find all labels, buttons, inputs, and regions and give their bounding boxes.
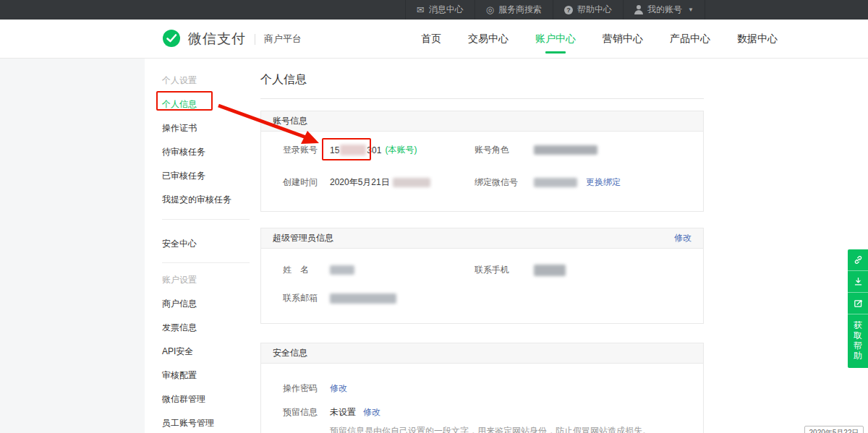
redacted-value	[534, 145, 597, 155]
security-info-panel-header: 安全信息	[261, 343, 703, 364]
nav-marketing-center[interactable]: 营销中心	[603, 33, 643, 46]
download-icon	[853, 276, 864, 287]
topbar-help-center[interactable]: ? 帮助中心	[553, 0, 623, 20]
main-content: 个人信息 账号信息 登录账号 15301 (本账号) 账号角色	[260, 59, 704, 433]
topbar: ✉ 消息中心 ◎ 服务商搜索 ? 帮助中心 我的账号 ▼	[0, 0, 868, 20]
brand[interactable]: 微信支付 商户平台	[161, 20, 302, 59]
sidebar-divider	[162, 219, 250, 220]
sidebar-item-pending-review-tasks[interactable]: 待审核任务	[145, 146, 250, 158]
current-account-note: (本账号)	[385, 144, 417, 156]
nav-data-center[interactable]: 数据中心	[737, 33, 778, 46]
sidebar-item-reviewed-tasks[interactable]: 已审核任务	[145, 170, 250, 182]
admin-info-title: 超级管理员信息	[273, 232, 333, 244]
admin-phone-label: 联系手机	[475, 264, 534, 276]
login-account-prefix: 15	[330, 145, 339, 155]
download-button[interactable]	[848, 271, 868, 293]
login-account-label: 登录账号	[283, 144, 330, 156]
link-icon	[853, 254, 864, 265]
admin-info-panel: 超级管理员信息 修改 姓 名 联系手机 联系邮箱	[260, 228, 704, 324]
primary-nav: 首页 交易中心 账户中心 营销中心 产品中心 数据中心	[421, 20, 778, 59]
redacted-value	[330, 265, 354, 275]
account-info-panel-header: 账号信息	[261, 111, 703, 132]
reserved-info-label: 预留信息	[283, 406, 330, 419]
security-info-panel: 安全信息 操作密码 修改 预留信息 未设置 修改 预留信息是由你自己设置的一段文…	[260, 343, 704, 433]
account-role-label: 账号角色	[475, 144, 534, 156]
title-divider	[260, 98, 704, 99]
edit-icon	[853, 298, 864, 309]
reserved-info-description: 预留信息是由你自己设置的一段文字，用来鉴定网站身份，防止假冒网站造成损失。 配置…	[330, 425, 703, 433]
op-password-modify-link[interactable]: 修改	[330, 382, 347, 395]
sidebar-divider	[162, 262, 250, 263]
redacted-value	[340, 145, 366, 155]
chevron-down-icon: ▼	[688, 7, 694, 13]
account-info-panel: 账号信息 登录账号 15301 (本账号) 账号角色 创建时间	[260, 111, 704, 212]
admin-email-label: 联系邮箱	[283, 292, 330, 304]
change-binding-link[interactable]: 更换绑定	[586, 176, 621, 189]
security-info-panel-body: 操作密码 修改 预留信息 未设置 修改 预留信息是由你自己设置的一段文字，用来鉴…	[261, 364, 703, 433]
redacted-value	[393, 178, 430, 187]
sidebar-item-invoice-info[interactable]: 发票信息	[145, 322, 250, 334]
page-left-gutter	[0, 59, 145, 433]
floating-toolbar: 获取帮助	[848, 249, 868, 368]
account-info-title: 账号信息	[273, 115, 307, 127]
feedback-button[interactable]	[848, 293, 868, 314]
admin-info-panel-body: 姓 名 联系手机 联系邮箱	[261, 249, 703, 323]
sidebar-item-operation-certificate[interactable]: 操作证书	[145, 122, 250, 134]
nav-account-center[interactable]: 账户中心	[535, 33, 576, 46]
nav-home[interactable]: 首页	[421, 33, 441, 46]
brand-portal-label: 商户平台	[264, 33, 302, 46]
sidebar-item-api-security[interactable]: API安全	[145, 346, 250, 358]
redacted-value	[534, 265, 566, 276]
page-title: 个人信息	[260, 72, 704, 87]
nav-account-center-label: 账户中心	[535, 33, 576, 44]
sidebar: 个人设置 个人信息 操作证书 待审核任务 已审核任务 我提交的审核任务 安全中心…	[145, 59, 250, 433]
topbar-my-account[interactable]: 我的账号 ▼	[623, 0, 705, 20]
active-tab-underline	[545, 51, 566, 53]
redacted-value	[330, 293, 396, 304]
created-time-label: 创建时间	[283, 176, 330, 189]
redacted-value	[534, 178, 577, 187]
site-header: 微信支付 商户平台 首页 交易中心 账户中心 营销中心 产品中心 数据中心	[0, 20, 868, 59]
bound-wechat-label: 绑定微信号	[475, 176, 534, 189]
question-circle-icon: ?	[564, 6, 573, 14]
get-help-label: 获取帮助	[854, 320, 863, 361]
topbar-message-center[interactable]: ✉ 消息中心	[405, 0, 475, 20]
reserved-info-status: 未设置	[330, 406, 356, 419]
nav-transaction-center[interactable]: 交易中心	[468, 33, 509, 46]
topbar-menu: ✉ 消息中心 ◎ 服务商搜索 ? 帮助中心 我的账号 ▼	[405, 0, 705, 20]
topbar-help-center-label: 帮助中心	[577, 4, 612, 16]
sidebar-item-review-config[interactable]: 审核配置	[145, 369, 250, 382]
op-password-label: 操作密码	[283, 382, 330, 395]
topbar-message-center-label: 消息中心	[429, 4, 464, 16]
search-icon: ◎	[486, 5, 494, 14]
sidebar-item-merchant-info[interactable]: 商户信息	[145, 298, 250, 310]
sidebar-group-account-settings: 账户设置	[145, 274, 250, 286]
topbar-service-search-label: 服务商搜索	[498, 4, 542, 16]
user-icon	[634, 5, 643, 14]
sidebar-item-wechat-group-mgmt[interactable]: 微信群管理	[145, 393, 250, 406]
sidebar-item-security-center[interactable]: 安全中心	[145, 238, 250, 250]
admin-name-label: 姓 名	[283, 264, 330, 276]
brand-name: 微信支付	[188, 30, 246, 48]
sidebar-item-staff-account-mgmt[interactable]: 员工账号管理	[145, 417, 250, 429]
share-link-button[interactable]	[848, 249, 868, 271]
wechat-pay-logo-icon	[161, 28, 182, 50]
sidebar-group-personal-settings: 个人设置	[145, 74, 250, 87]
nav-product-center[interactable]: 产品中心	[670, 33, 710, 46]
account-info-panel-body: 登录账号 15301 (本账号) 账号角色 创建时间 2020年5月21日	[261, 132, 703, 211]
created-time-value: 2020年5月21日	[330, 176, 430, 189]
security-info-title: 安全信息	[273, 347, 307, 359]
admin-modify-link[interactable]: 修改	[674, 232, 692, 244]
description-line: 预留信息是由你自己设置的一段文字，用来鉴定网站身份，防止假冒网站造成损失。	[330, 425, 703, 433]
topbar-my-account-label: 我的账号	[647, 4, 682, 16]
created-time-text: 2020年5月21日	[330, 176, 390, 189]
get-help-button[interactable]: 获取帮助	[848, 314, 868, 368]
reserved-info-modify-link[interactable]: 修改	[363, 406, 380, 419]
topbar-service-search[interactable]: ◎ 服务商搜索	[475, 0, 553, 20]
date-tooltip: 2020年5月22日	[804, 426, 864, 433]
sidebar-item-personal-info[interactable]: 个人信息	[145, 98, 250, 111]
admin-info-panel-header: 超级管理员信息 修改	[261, 228, 703, 249]
login-account-suffix: 301	[367, 145, 381, 155]
login-account-value: 15301 (本账号)	[330, 144, 417, 156]
sidebar-item-my-submitted-tasks[interactable]: 我提交的审核任务	[145, 194, 250, 206]
